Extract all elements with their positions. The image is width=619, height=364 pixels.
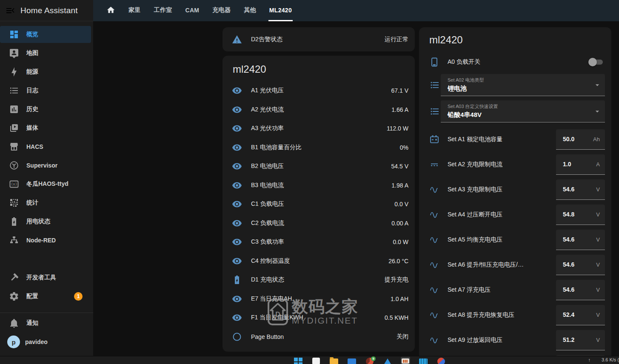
- sidebar-item-overview[interactable]: 概览: [0, 26, 91, 43]
- tab-home[interactable]: [106, 0, 116, 21]
- sine-wave-icon: [429, 235, 439, 245]
- windows-start-icon[interactable]: [294, 358, 303, 364]
- file-explorer-icon[interactable]: [329, 358, 339, 364]
- number-value: 54.6: [563, 186, 574, 193]
- number-row: Set A2 充电限制电流 1.0 A: [419, 152, 611, 177]
- sine-wave-icon: [429, 285, 439, 295]
- sidebar-item-media[interactable]: 媒体: [0, 119, 91, 136]
- entity-label: Set A5 均衡充电电压: [448, 236, 502, 244]
- number-input[interactable]: 54.6 V: [556, 230, 605, 250]
- calendar-app-icon[interactable]: [419, 358, 428, 364]
- number-unit: V: [596, 287, 600, 293]
- entity-row[interactable]: C2 负载电流 0.00 A: [222, 214, 415, 233]
- number-input[interactable]: 54.8 V: [556, 205, 605, 225]
- storefront-icon: [9, 142, 19, 152]
- sidebar-item-notifications[interactable]: 通知: [0, 315, 91, 332]
- tab-ml2420[interactable]: ML2420: [268, 0, 293, 21]
- sidebar-toggle-icon[interactable]: [5, 6, 15, 16]
- sidebar-item-hacs[interactable]: HACS: [0, 138, 91, 155]
- entity-label: Set A8 提升充电恢复电压: [448, 311, 514, 319]
- eye-icon: [232, 199, 242, 209]
- tab-family[interactable]: 家里: [128, 0, 142, 21]
- entity-row[interactable]: F1 当日发电量KWH 0.5 KWH: [222, 308, 415, 327]
- sidebar-item-user[interactable]: p pavideo: [0, 333, 91, 350]
- tab-cam[interactable]: CAM: [185, 0, 200, 21]
- entity-row[interactable]: E7 当日充电AH 1.0 AH: [222, 290, 415, 309]
- notepad-icon[interactable]: [311, 358, 321, 364]
- sidebar-nav: 概览 地图 能源 日志 历史 媒体 HACS Supervisor: [0, 21, 93, 350]
- hammer-icon: [9, 273, 19, 283]
- entity-label: A2 光伏电流: [251, 106, 284, 114]
- entity-row-load-switch[interactable]: A0 负载开关: [419, 52, 604, 72]
- sidebar-item-label: 冬瓜HAOS-ttyd: [26, 180, 68, 188]
- sidebar-item-node-red[interactable]: Node-RED: [0, 232, 91, 249]
- sidebar-item-power-status[interactable]: 用电状态: [0, 213, 91, 230]
- entity-row[interactable]: D1 充电状态 提升充电: [222, 270, 415, 290]
- entity-row[interactable]: C4 控制器温度 26.0 °C: [222, 252, 415, 271]
- cellphone-icon: [429, 57, 439, 67]
- entity-label: Set A3 充电限制电压: [448, 186, 502, 193]
- number-input[interactable]: 50.0 Ah: [556, 129, 605, 150]
- entity-label: C2 负载电流: [251, 219, 284, 227]
- sidebar-item-statistics[interactable]: 统计: [0, 194, 91, 211]
- alert-triangle-icon: [232, 34, 242, 45]
- number-row: Set A9 过放返回电压 51.2 V: [419, 327, 611, 353]
- entity-row[interactable]: C1 负载电压 0.0 V: [222, 195, 415, 214]
- number-unit: Ah: [593, 136, 600, 142]
- battery-type-select[interactable]: Set A02 电池类型 锂电池: [441, 74, 605, 96]
- tab-label: CAM: [185, 7, 200, 14]
- sensor-card: ml2420 A1 光伏电压 67.1 V A2 光伏电流 1.66 A A3 …: [222, 56, 415, 352]
- sidebar-item-supervisor[interactable]: Supervisor: [0, 157, 91, 174]
- number-input[interactable]: 52.4 V: [556, 305, 605, 325]
- number-input[interactable]: 54.6 V: [556, 255, 605, 275]
- entity-value: 112.0 W: [387, 125, 408, 132]
- select-label: Set A03 自定义快速设置: [448, 103, 605, 110]
- app-window-icon[interactable]: [347, 358, 357, 364]
- sidebar-item-developer-tools[interactable]: 开发者工具: [0, 269, 91, 286]
- qr-grid-icon: [9, 198, 19, 208]
- active-app-icon[interactable]: [401, 358, 410, 364]
- sine-wave-icon: [429, 260, 439, 270]
- eye-icon: [232, 180, 242, 191]
- quick-setting-select[interactable]: Set A03 自定义快速设置 铅酸4串48V: [441, 100, 605, 122]
- number-input[interactable]: 1.0 A: [556, 154, 605, 175]
- eye-icon: [232, 123, 242, 134]
- entity-row[interactable]: A1 光伏电压 67.1 V: [222, 81, 415, 100]
- sidebar-item-logbook[interactable]: 日志: [0, 82, 91, 99]
- tab-charger[interactable]: 充电器: [211, 0, 231, 21]
- entity-row[interactable]: C3 负载功率 0.0 W: [222, 233, 415, 252]
- entity-row[interactable]: B1 电池容量百分比 0%: [222, 138, 415, 157]
- eye-icon: [232, 313, 242, 323]
- entity-row[interactable]: B2 电池电压 54.5 V: [222, 157, 415, 176]
- sidebar-item-ttyd[interactable]: 冬瓜HAOS-ttyd: [0, 176, 91, 193]
- tab-studio[interactable]: 工作室: [153, 0, 173, 21]
- taskbar-icons: 9: [294, 358, 454, 364]
- number-row: Set A5 均衡充电电压 54.6 V: [419, 227, 611, 252]
- lightning-icon: [9, 67, 19, 77]
- round-app-icon[interactable]: [436, 358, 446, 364]
- number-input[interactable]: 54.6 V: [556, 179, 605, 200]
- load-switch-toggle[interactable]: [588, 58, 604, 66]
- entity-row[interactable]: Page Button 关闭: [222, 327, 415, 347]
- entity-value: 提升充电: [385, 276, 408, 284]
- tab-label: 充电器: [212, 6, 231, 14]
- tab-other[interactable]: 其他: [243, 0, 257, 21]
- sidebar-item-history[interactable]: 历史: [0, 101, 91, 118]
- number-value: 51.2: [563, 336, 574, 343]
- entity-row[interactable]: A3 光伏功率 112.0 W: [222, 119, 415, 138]
- alert-status-card[interactable]: D2告警状态 运行正常: [222, 27, 415, 51]
- entity-row[interactable]: A2 光伏电流 1.66 A: [222, 100, 415, 119]
- entity-value: 0.5 KWH: [385, 314, 408, 321]
- sidebar-item-map[interactable]: 地图: [0, 45, 91, 62]
- sidebar-item-energy[interactable]: 能源: [0, 63, 91, 80]
- number-input[interactable]: 54.6 V: [556, 280, 605, 300]
- tab-label: ML2420: [269, 7, 292, 14]
- number-input[interactable]: 51.2 V: [556, 330, 605, 350]
- entity-row[interactable]: B3 电池电流 1.98 A: [222, 176, 415, 195]
- sidebar-item-label: 通知: [26, 319, 38, 327]
- notification-count-badge: 1: [74, 292, 83, 301]
- triangle-app-icon[interactable]: [383, 358, 392, 364]
- browser-icon[interactable]: 9: [365, 358, 374, 364]
- sidebar-item-settings[interactable]: 配置 1: [0, 288, 91, 305]
- list-icon: [9, 85, 19, 96]
